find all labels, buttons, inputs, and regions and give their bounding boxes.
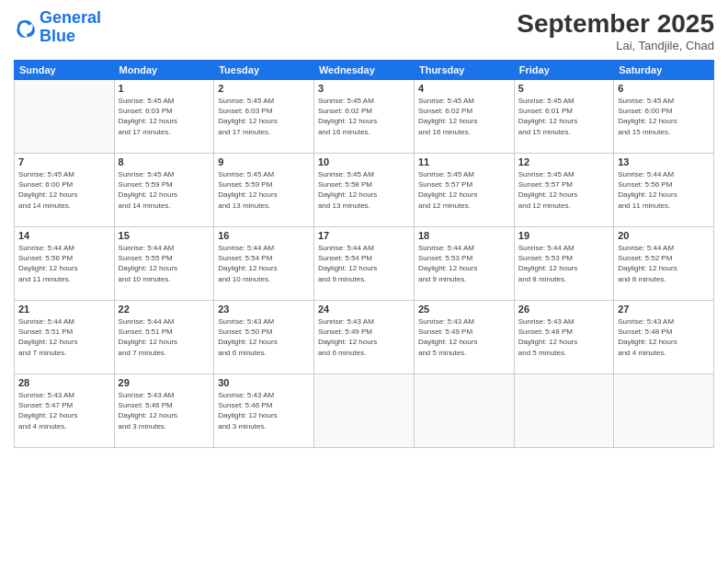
day-info: Sunrise: 5:43 AMSunset: 5:46 PMDaylight:… bbox=[119, 390, 210, 431]
day-info: Sunrise: 5:44 AMSunset: 5:51 PMDaylight:… bbox=[119, 316, 210, 358]
day-info: Sunrise: 5:45 AMSunset: 6:02 PMDaylight:… bbox=[318, 96, 410, 137]
calendar-cell bbox=[514, 374, 613, 448]
header-cell-tuesday: Tuesday bbox=[214, 61, 314, 80]
calendar-cell: 13Sunrise: 5:44 AMSunset: 5:56 PMDayligh… bbox=[614, 154, 714, 227]
calendar-week-row: 1Sunrise: 5:45 AMSunset: 6:03 PMDaylight… bbox=[15, 80, 714, 154]
day-number: 24 bbox=[318, 304, 410, 315]
day-number: 9 bbox=[218, 156, 310, 167]
calendar-cell: 17Sunrise: 5:44 AMSunset: 5:54 PMDayligh… bbox=[313, 227, 414, 301]
subtitle: Lai, Tandjile, Chad bbox=[517, 39, 714, 52]
day-number: 16 bbox=[218, 230, 310, 241]
day-number: 11 bbox=[418, 156, 510, 167]
header-cell-saturday: Saturday bbox=[614, 61, 714, 80]
day-number: 18 bbox=[418, 230, 510, 241]
day-number: 28 bbox=[18, 377, 110, 388]
calendar-cell: 12Sunrise: 5:45 AMSunset: 5:57 PMDayligh… bbox=[514, 154, 613, 227]
logo: General Blue bbox=[14, 9, 101, 46]
day-info: Sunrise: 5:45 AMSunset: 5:57 PMDaylight:… bbox=[418, 169, 510, 211]
day-info: Sunrise: 5:45 AMSunset: 5:57 PMDaylight:… bbox=[518, 169, 609, 211]
calendar-cell: 2Sunrise: 5:45 AMSunset: 6:03 PMDaylight… bbox=[214, 80, 314, 154]
day-number: 25 bbox=[418, 304, 510, 315]
day-number: 22 bbox=[119, 304, 210, 315]
calendar-cell: 16Sunrise: 5:44 AMSunset: 5:54 PMDayligh… bbox=[214, 227, 314, 301]
calendar-cell: 5Sunrise: 5:45 AMSunset: 6:01 PMDaylight… bbox=[514, 80, 613, 154]
day-info: Sunrise: 5:45 AMSunset: 5:58 PMDaylight:… bbox=[318, 169, 410, 211]
calendar-week-row: 7Sunrise: 5:45 AMSunset: 6:00 PMDaylight… bbox=[15, 154, 714, 227]
calendar-cell: 4Sunrise: 5:45 AMSunset: 6:02 PMDaylight… bbox=[414, 80, 514, 154]
day-info: Sunrise: 5:44 AMSunset: 5:55 PMDaylight:… bbox=[119, 243, 210, 284]
day-number: 19 bbox=[518, 230, 609, 241]
calendar-week-row: 14Sunrise: 5:44 AMSunset: 5:56 PMDayligh… bbox=[15, 227, 714, 301]
day-number: 20 bbox=[618, 230, 710, 241]
logo-line2: Blue bbox=[40, 28, 101, 46]
header-cell-thursday: Thursday bbox=[414, 61, 514, 80]
calendar-cell: 25Sunrise: 5:43 AMSunset: 5:49 PMDayligh… bbox=[414, 301, 514, 374]
day-info: Sunrise: 5:43 AMSunset: 5:46 PMDaylight:… bbox=[218, 390, 310, 431]
calendar-week-row: 28Sunrise: 5:43 AMSunset: 5:47 PMDayligh… bbox=[15, 374, 714, 448]
day-number: 17 bbox=[318, 230, 410, 241]
page: General Blue September 2025 Lai, Tandjil… bbox=[0, 0, 728, 563]
calendar-header-row: SundayMondayTuesdayWednesdayThursdayFrid… bbox=[15, 61, 714, 80]
calendar-cell: 19Sunrise: 5:44 AMSunset: 5:53 PMDayligh… bbox=[514, 227, 613, 301]
day-info: Sunrise: 5:44 AMSunset: 5:56 PMDaylight:… bbox=[18, 243, 110, 284]
calendar-cell bbox=[313, 374, 414, 448]
header-cell-friday: Friday bbox=[514, 61, 613, 80]
day-number: 7 bbox=[18, 156, 110, 167]
calendar-cell: 14Sunrise: 5:44 AMSunset: 5:56 PMDayligh… bbox=[15, 227, 115, 301]
day-info: Sunrise: 5:45 AMSunset: 5:59 PMDaylight:… bbox=[218, 169, 310, 211]
calendar-cell: 26Sunrise: 5:43 AMSunset: 5:48 PMDayligh… bbox=[514, 301, 613, 374]
logo-line1: General bbox=[40, 8, 101, 27]
day-number: 27 bbox=[618, 304, 710, 315]
day-info: Sunrise: 5:43 AMSunset: 5:50 PMDaylight:… bbox=[218, 316, 310, 358]
day-info: Sunrise: 5:45 AMSunset: 6:03 PMDaylight:… bbox=[218, 96, 310, 137]
day-info: Sunrise: 5:45 AMSunset: 6:00 PMDaylight:… bbox=[18, 169, 110, 211]
title-block: September 2025 Lai, Tandjile, Chad bbox=[517, 9, 714, 52]
calendar-cell: 9Sunrise: 5:45 AMSunset: 5:59 PMDaylight… bbox=[214, 154, 314, 227]
day-number: 10 bbox=[318, 156, 410, 167]
calendar-week-row: 21Sunrise: 5:44 AMSunset: 5:51 PMDayligh… bbox=[15, 301, 714, 374]
day-number: 5 bbox=[518, 83, 609, 94]
calendar-cell: 8Sunrise: 5:45 AMSunset: 5:59 PMDaylight… bbox=[114, 154, 214, 227]
header-cell-wednesday: Wednesday bbox=[313, 61, 414, 80]
day-number: 3 bbox=[318, 83, 410, 94]
calendar-cell: 6Sunrise: 5:45 AMSunset: 6:00 PMDaylight… bbox=[614, 80, 714, 154]
day-info: Sunrise: 5:43 AMSunset: 5:49 PMDaylight:… bbox=[318, 316, 410, 358]
day-info: Sunrise: 5:45 AMSunset: 6:00 PMDaylight:… bbox=[618, 96, 710, 137]
day-info: Sunrise: 5:44 AMSunset: 5:54 PMDaylight:… bbox=[218, 243, 310, 284]
day-number: 26 bbox=[518, 304, 609, 315]
day-info: Sunrise: 5:45 AMSunset: 6:01 PMDaylight:… bbox=[518, 96, 609, 137]
day-info: Sunrise: 5:44 AMSunset: 5:53 PMDaylight:… bbox=[418, 243, 510, 284]
day-number: 14 bbox=[18, 230, 110, 241]
calendar-cell: 1Sunrise: 5:45 AMSunset: 6:03 PMDaylight… bbox=[114, 80, 214, 154]
day-number: 29 bbox=[119, 377, 210, 388]
month-title: September 2025 bbox=[517, 9, 714, 39]
calendar-cell: 3Sunrise: 5:45 AMSunset: 6:02 PMDaylight… bbox=[313, 80, 414, 154]
day-info: Sunrise: 5:43 AMSunset: 5:48 PMDaylight:… bbox=[518, 316, 609, 358]
calendar-cell: 28Sunrise: 5:43 AMSunset: 5:47 PMDayligh… bbox=[15, 374, 115, 448]
day-number: 8 bbox=[119, 156, 210, 167]
day-info: Sunrise: 5:44 AMSunset: 5:53 PMDaylight:… bbox=[518, 243, 609, 284]
day-number: 30 bbox=[218, 377, 310, 388]
day-info: Sunrise: 5:44 AMSunset: 5:56 PMDaylight:… bbox=[618, 169, 710, 211]
calendar-cell: 20Sunrise: 5:44 AMSunset: 5:52 PMDayligh… bbox=[614, 227, 714, 301]
calendar-cell: 7Sunrise: 5:45 AMSunset: 6:00 PMDaylight… bbox=[15, 154, 115, 227]
logo-text: General Blue bbox=[40, 9, 101, 46]
day-number: 6 bbox=[618, 83, 710, 94]
day-info: Sunrise: 5:45 AMSunset: 6:03 PMDaylight:… bbox=[119, 96, 210, 137]
day-info: Sunrise: 5:43 AMSunset: 5:47 PMDaylight:… bbox=[18, 390, 110, 431]
day-number: 12 bbox=[518, 156, 609, 167]
day-number: 21 bbox=[18, 304, 110, 315]
day-number: 15 bbox=[119, 230, 210, 241]
day-info: Sunrise: 5:45 AMSunset: 5:59 PMDaylight:… bbox=[119, 169, 210, 211]
day-info: Sunrise: 5:44 AMSunset: 5:52 PMDaylight:… bbox=[618, 243, 710, 284]
day-number: 1 bbox=[119, 83, 210, 94]
calendar-cell: 21Sunrise: 5:44 AMSunset: 5:51 PMDayligh… bbox=[15, 301, 115, 374]
day-number: 4 bbox=[418, 83, 510, 94]
calendar-cell: 29Sunrise: 5:43 AMSunset: 5:46 PMDayligh… bbox=[114, 374, 214, 448]
day-info: Sunrise: 5:45 AMSunset: 6:02 PMDaylight:… bbox=[418, 96, 510, 137]
calendar-cell: 10Sunrise: 5:45 AMSunset: 5:58 PMDayligh… bbox=[313, 154, 414, 227]
calendar-cell: 24Sunrise: 5:43 AMSunset: 5:49 PMDayligh… bbox=[313, 301, 414, 374]
header-cell-sunday: Sunday bbox=[15, 61, 115, 80]
day-info: Sunrise: 5:44 AMSunset: 5:54 PMDaylight:… bbox=[318, 243, 410, 284]
header-cell-monday: Monday bbox=[114, 61, 214, 80]
